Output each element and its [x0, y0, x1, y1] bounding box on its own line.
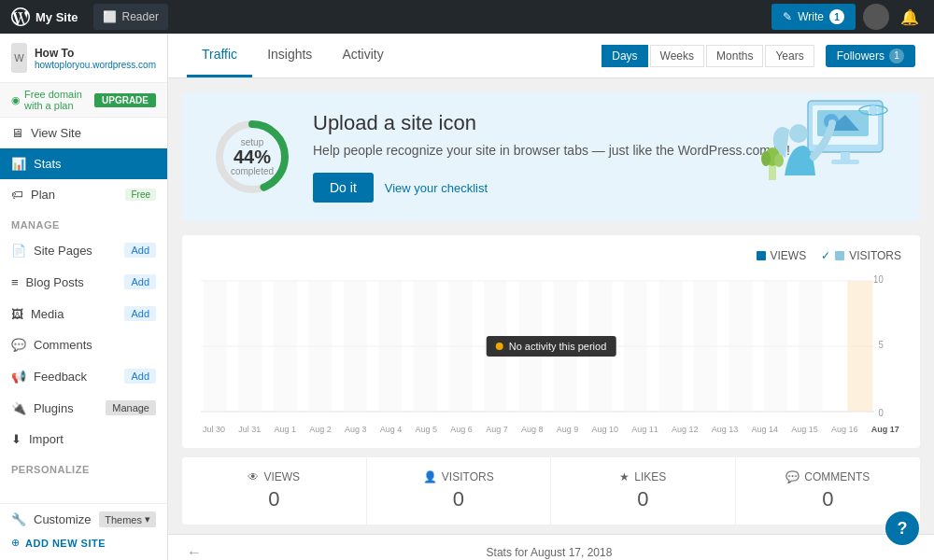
manage-section-label: Manage — [0, 210, 167, 234]
followers-count: 1 — [889, 49, 904, 63]
personalize-section-label: Personalize — [0, 455, 167, 479]
upgrade-circle: ◉ — [11, 94, 21, 106]
completed-label: completed — [231, 166, 274, 176]
views-legend-label: VIEWS — [771, 249, 807, 262]
svg-text:10: 10 — [873, 274, 884, 285]
upgrade-button[interactable]: UPGRADE — [94, 93, 156, 107]
visitors-legend: ✓ VISITORS — [821, 249, 901, 262]
themes-dropdown[interactable]: Themes ▾ — [99, 511, 156, 527]
chart-container: VIEWS ✓ VISITORS 10 5 0 — [182, 235, 920, 448]
chevron-down-icon: ▾ — [145, 513, 150, 525]
sidebar-item-comments[interactable]: 💬 Comments — [0, 329, 167, 360]
tooltip-dot — [496, 343, 503, 350]
views-legend: VIEWS — [757, 249, 807, 262]
pages-icon: 📄 — [11, 244, 26, 258]
stats-grid: 👁 VIEWS 0 👤 VISITORS 0 ★ LIKES 0 💬 COMME… — [182, 457, 920, 525]
svg-rect-38 — [729, 281, 752, 412]
feedback-add-button[interactable]: Add — [124, 369, 156, 384]
svg-point-8 — [789, 124, 808, 143]
comments-value: 0 — [755, 487, 902, 511]
add-new-site-button[interactable]: ⊕ ADD NEW SITE — [11, 533, 156, 553]
topbar-right: ✎ Write 1 🔔 — [771, 4, 923, 30]
svg-point-15 — [869, 105, 878, 115]
customize-row[interactable]: 🔧 Customize Themes ▾ — [11, 511, 156, 527]
period-weeks[interactable]: Weeks — [650, 45, 704, 67]
period-days[interactable]: Days — [601, 45, 647, 67]
svg-rect-24 — [238, 281, 262, 412]
stat-views: 👁 VIEWS 0 — [182, 457, 367, 525]
write-button[interactable]: ✎ Write 1 — [771, 4, 856, 30]
customize-label: Customize — [34, 512, 92, 526]
sidebar-item-media[interactable]: 🖼 Media Add — [0, 298, 167, 329]
views-label: 👁 VIEWS — [201, 470, 347, 483]
svg-point-12 — [761, 151, 771, 166]
sidebar-item-site-pages[interactable]: 📄 Site Pages Add — [0, 234, 167, 266]
sidebar-item-import[interactable]: ⬇ Import — [0, 424, 167, 455]
sidebar-item-plan[interactable]: 🏷 Plan Free — [0, 179, 167, 210]
help-button[interactable]: ? — [885, 511, 919, 545]
sidebar-item-label: Site Pages — [34, 244, 117, 258]
sidebar-item-label: Stats — [34, 157, 156, 171]
plan-badge: Free — [125, 189, 156, 201]
eye-icon: 👁 — [248, 470, 259, 483]
followers-button[interactable]: Followers 1 — [826, 45, 915, 67]
notifications-icon[interactable]: 🔔 — [897, 4, 923, 30]
sidebar-item-view-site[interactable]: 🖥 View Site — [0, 118, 167, 148]
sidebar-item-stats[interactable]: 📊 Stats — [0, 148, 167, 179]
site-name: How To — [35, 47, 156, 60]
progress-percent: 44% — [231, 147, 274, 166]
prev-arrow[interactable]: ← — [187, 544, 202, 560]
sidebar-item-label: View Site — [31, 126, 156, 140]
period-months[interactable]: Months — [706, 45, 763, 67]
progress-circle: setup 44% completed — [210, 115, 294, 199]
upgrade-text: Free domain with a plan — [24, 89, 91, 111]
svg-rect-22 — [847, 281, 872, 412]
doit-button[interactable]: Do it — [313, 173, 374, 203]
avatar-image — [863, 4, 889, 30]
checklist-link[interactable]: View your checklist — [385, 181, 488, 195]
stat-likes: ★ LIKES 0 — [551, 457, 736, 525]
sidebar-item-plugins[interactable]: 🔌 Plugins Manage — [0, 392, 167, 424]
illustration-svg — [752, 92, 901, 221]
blog-posts-add-button[interactable]: Add — [124, 274, 156, 289]
tab-activity[interactable]: Activity — [327, 34, 398, 77]
chart-x-labels: Jul 30 Jul 31 Aug 1 Aug 2 Aug 3 Aug 4 Au… — [201, 425, 901, 434]
site-details: How To howtoploryou.wordpress.com — [35, 47, 156, 70]
sidebar-item-label: Comments — [34, 338, 156, 352]
write-badge: 1 — [829, 9, 844, 24]
feedback-icon: 📢 — [11, 370, 26, 384]
wp-logo[interactable]: My Site — [11, 7, 78, 26]
sidebar-item-label: Feedback — [34, 370, 117, 384]
svg-rect-25 — [274, 281, 297, 412]
chart-legend: VIEWS ✓ VISITORS — [201, 249, 901, 262]
svg-rect-37 — [694, 281, 717, 412]
visitors-legend-label: VISITORS — [849, 249, 901, 262]
svg-rect-23 — [204, 281, 227, 412]
checkmark-icon: ✓ — [821, 249, 830, 262]
sidebar-bottom: 🔧 Customize Themes ▾ ⊕ ADD NEW SITE — [0, 503, 167, 560]
site-pages-add-button[interactable]: Add — [124, 243, 156, 258]
period-years[interactable]: Years — [765, 45, 814, 67]
site-icon: W — [11, 43, 27, 73]
sidebar-item-label: Plan — [31, 188, 118, 202]
comments-label: 💬 COMMENTS — [755, 470, 902, 483]
site-info[interactable]: W How To howtoploryou.wordpress.com — [0, 34, 167, 83]
visitors-dot — [835, 251, 844, 260]
reader-button[interactable]: ⬜ Reader — [93, 4, 168, 30]
progress-text: setup 44% completed — [231, 137, 274, 176]
sidebar-item-label: Media — [31, 307, 117, 321]
tab-traffic[interactable]: Traffic — [187, 34, 252, 77]
svg-rect-30 — [448, 281, 472, 412]
svg-rect-39 — [764, 281, 787, 412]
svg-text:0: 0 — [878, 408, 884, 418]
pencil-icon: ✎ — [783, 10, 792, 23]
media-add-button[interactable]: Add — [124, 306, 156, 321]
sidebar-item-feedback[interactable]: 📢 Feedback Add — [0, 360, 167, 392]
plugins-manage-button[interactable]: Manage — [106, 400, 156, 415]
user-avatar[interactable] — [863, 4, 889, 30]
tab-insights[interactable]: Insights — [252, 34, 327, 77]
sidebar-item-blog-posts[interactable]: ≡ Blog Posts Add — [0, 266, 167, 298]
plan-icon: 🏷 — [11, 188, 23, 202]
person-icon: 👤 — [423, 470, 437, 483]
chart-area: 10 5 0 — [201, 272, 901, 421]
